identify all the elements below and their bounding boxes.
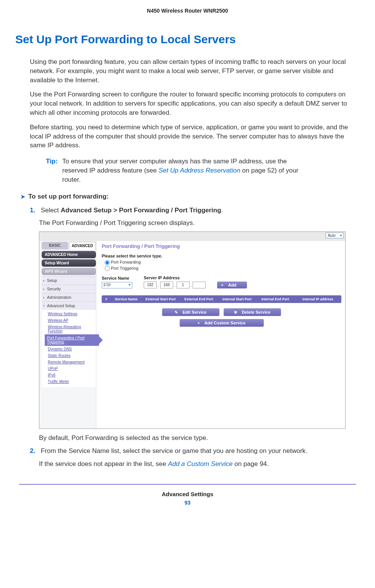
- step-1: 1. Select Advanced Setup > Port Forwardi…: [39, 206, 356, 215]
- plus-icon: +: [221, 283, 223, 287]
- server-ip-group: 192. 168. 1.: [144, 282, 206, 288]
- edit-service-label: Edit Service: [182, 310, 206, 314]
- th-external-end: External End Port: [180, 295, 218, 303]
- nav-advanced-home[interactable]: ADVANCED Home: [42, 251, 96, 258]
- page-footer: Advanced Settings 93: [19, 484, 356, 506]
- ip-octet-2[interactable]: 168: [160, 282, 173, 288]
- tab-advanced[interactable]: ADVANCED: [69, 242, 96, 249]
- nav-upnp[interactable]: UPnP: [47, 365, 96, 372]
- screenshot-main: Port Forwarding / Port Triggering Please…: [96, 241, 345, 428]
- ip-dot: .: [191, 283, 192, 287]
- nav-setup[interactable]: Setup: [42, 276, 96, 285]
- th-internal-start: Internal Start Port: [218, 295, 256, 303]
- nav-ipv6[interactable]: IPv6: [47, 372, 96, 378]
- radio-port-triggering[interactable]: [105, 266, 110, 271]
- nav-advanced-setup[interactable]: Advanced Setup: [42, 301, 96, 310]
- nav-remote-management[interactable]: Remote Management: [47, 359, 96, 365]
- radio-port-forwarding-label: Port Forwarding: [111, 260, 141, 264]
- delete-service-button[interactable]: ✖ Delete Service: [224, 308, 281, 316]
- intro-paragraph-1: Using the port forwarding feature, you c…: [30, 57, 356, 85]
- tip-link[interactable]: Set Up Address Reservation: [159, 167, 240, 174]
- server-ip-label: Server IP Address: [144, 275, 206, 280]
- add-button[interactable]: + Add: [217, 282, 247, 288]
- nav-setup-wizard[interactable]: Setup Wizard: [42, 259, 96, 267]
- plus-icon: +: [198, 321, 200, 325]
- intro-paragraph-3: Before starting, you need to determine w…: [30, 123, 356, 150]
- radio-port-triggering-row[interactable]: Port Triggering: [105, 266, 341, 271]
- step-2-text: From the Service Name list, select the s…: [41, 447, 307, 454]
- screenshot-topbar: Auto: [39, 232, 345, 241]
- nav-port-forwarding[interactable]: Port Forwarding / Port Triggering: [45, 334, 99, 346]
- language-select[interactable]: Auto: [326, 233, 344, 238]
- nav-traffic-meter[interactable]: Traffic Meter: [47, 378, 96, 385]
- edit-service-button[interactable]: ✎ Edit Service: [162, 308, 219, 316]
- step-2-sub: If the service does not appear in the li…: [39, 459, 356, 469]
- add-button-label: Add: [228, 283, 236, 287]
- tip-content: To ensure that your server computer alwa…: [62, 157, 307, 184]
- intro-paragraph-2: Use the Port Forwarding screen to config…: [30, 90, 356, 117]
- add-custom-service-label: Add Custom Service: [205, 321, 246, 325]
- step-1-after-screenshot: By default, Port Forwarding is selected …: [39, 433, 356, 443]
- ip-octet-3[interactable]: 1: [177, 282, 190, 288]
- router-screenshot: Auto BASIC ADVANCED ADVANCED Home Setup …: [39, 231, 346, 429]
- step-2-link[interactable]: Add a Custom Service: [168, 460, 232, 467]
- pencil-icon: ✎: [175, 310, 178, 314]
- nav-wireless-ap[interactable]: Wireless AP: [47, 317, 96, 324]
- ip-dot: .: [174, 283, 175, 287]
- screenshot-sidebar: BASIC ADVANCED ADVANCED Home Setup Wizar…: [39, 241, 96, 428]
- nav-wireless-repeating[interactable]: Wireless Repeating Function: [47, 324, 96, 334]
- delete-service-label: Delete Service: [242, 310, 270, 314]
- step-1-text: Select Advanced Setup > Port Forwarding …: [41, 207, 223, 214]
- th-internal-ip: Internal IP address: [294, 295, 341, 303]
- nav-wps-wizard[interactable]: WPS Wizard: [42, 268, 96, 275]
- step-2-number: 2.: [30, 446, 39, 456]
- radio-port-forwarding[interactable]: [105, 260, 110, 265]
- ip-dot: .: [158, 283, 159, 287]
- radio-port-forwarding-row[interactable]: Port Forwarding: [105, 260, 341, 265]
- service-name-select[interactable]: FTP: [102, 282, 132, 288]
- tip-label: Tip:: [46, 157, 60, 166]
- add-custom-service-button[interactable]: + Add Custom Service: [180, 319, 264, 327]
- step-1-bold: Advanced Setup > Port Forwarding / Port …: [61, 207, 221, 214]
- close-icon: ✖: [234, 310, 237, 314]
- nav-dynamic-dns[interactable]: Dynamic DNS: [47, 346, 96, 352]
- th-number: #: [102, 295, 111, 303]
- step-2-sub-after: on page 94.: [233, 460, 269, 467]
- service-name-label: Service Name: [102, 276, 132, 280]
- footer-title: Advanced Settings: [19, 491, 356, 497]
- section-title: Set Up Port Forwarding to Local Servers: [15, 33, 356, 46]
- radio-port-triggering-label: Port Triggering: [111, 266, 138, 270]
- th-external-start: External Start Port: [141, 295, 180, 303]
- nav-sublist: Wireless Settings Wireless AP Wireless R…: [42, 310, 96, 387]
- step-1-number: 1.: [30, 206, 39, 215]
- th-internal-end: Internal End Port: [256, 295, 294, 303]
- step-1-after: .: [221, 207, 223, 214]
- ip-octet-4[interactable]: [193, 282, 206, 288]
- service-type-label: Please select the service type.: [102, 254, 341, 258]
- document-header: N450 Wireless Router WNR2500: [19, 8, 356, 14]
- th-service-name: Service Name: [111, 295, 141, 303]
- ip-octet-1[interactable]: 192: [144, 282, 157, 288]
- tip-block: Tip: To ensure that your server computer…: [46, 157, 356, 184]
- nav-security[interactable]: Security: [42, 285, 96, 293]
- table-header: # Service Name External Start Port Exter…: [102, 295, 341, 303]
- step-2-sub-before: If the service does not appear in the li…: [39, 460, 168, 467]
- step-1-before: Select: [41, 207, 61, 214]
- tab-basic[interactable]: BASIC: [42, 242, 68, 249]
- nav-wireless-settings[interactable]: Wireless Settings: [47, 311, 96, 317]
- step-1-sub: The Port Forwarding / Port Triggering sc…: [39, 218, 356, 228]
- footer-page-number: 93: [19, 500, 356, 506]
- nav-administration[interactable]: Administration: [42, 293, 96, 301]
- step-2: 2. From the Service Name list, select th…: [39, 446, 356, 456]
- screenshot-page-title: Port Forwarding / Port Triggering: [102, 243, 341, 249]
- nav-static-routes[interactable]: Static Routes: [47, 352, 96, 359]
- procedure-heading: To set up port forwarding:: [30, 193, 356, 200]
